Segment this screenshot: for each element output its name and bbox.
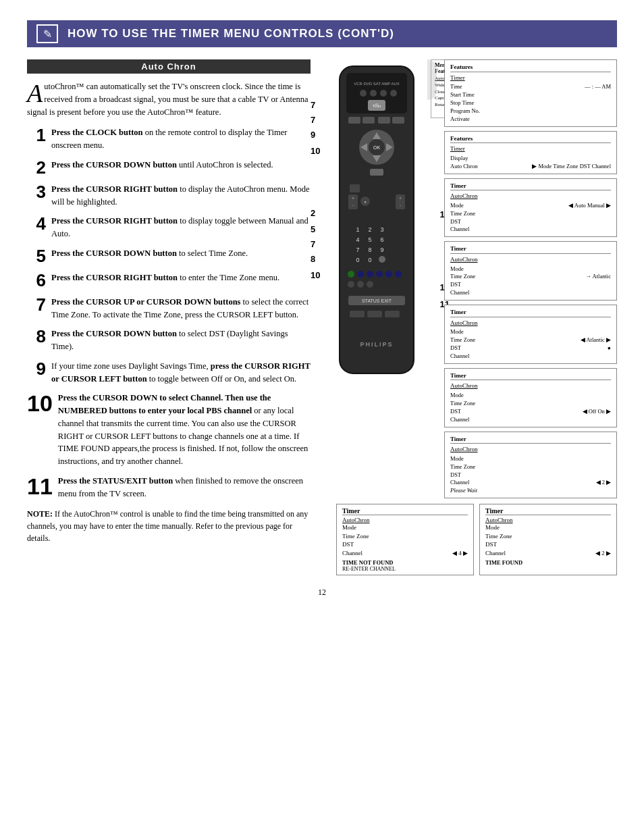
svg-rect-55 bbox=[350, 311, 365, 317]
p2-ac-arrow: ▶ Mode Time Zone DST Channel bbox=[532, 163, 611, 171]
right-column: 7 7 9 10 2 5 7 8 10 1 3 4 6 9 10 10 bbox=[323, 59, 617, 575]
svg-text:0: 0 bbox=[356, 257, 359, 263]
panel1-row-prog: Program No. bbox=[450, 107, 611, 115]
step-num-8: 8 bbox=[27, 328, 46, 345]
step-9: 9 If your time zone uses Daylight Saving… bbox=[27, 360, 311, 386]
panel5-ac: AutoChron bbox=[450, 319, 611, 328]
step-num-5: 5 bbox=[27, 247, 46, 265]
step-8: 8 Press the CURSOR DOWN button to select… bbox=[27, 328, 311, 353]
pf-mode-l: Mode bbox=[485, 523, 500, 532]
pf-tz: Time Zone bbox=[485, 532, 611, 541]
arc-overlay bbox=[427, 59, 437, 100]
p6-dst-label: DST bbox=[450, 408, 461, 416]
p5-dst-label: DST bbox=[450, 344, 461, 353]
dropcap: A bbox=[27, 83, 43, 103]
step-text-2: Press the CURSOR DOWN button until AutoC… bbox=[51, 159, 273, 172]
section-heading: Auto Chron bbox=[27, 59, 311, 74]
p1-time-label: Time bbox=[450, 83, 462, 91]
svg-point-49 bbox=[395, 271, 402, 278]
pf-mode: Mode bbox=[485, 523, 611, 532]
bottom-panels: Timer AutoChron Mode Time Zone DST Chann… bbox=[336, 504, 617, 575]
step-overlay-10b: 10 bbox=[311, 270, 320, 280]
svg-point-48 bbox=[385, 271, 392, 278]
svg-point-6 bbox=[390, 90, 397, 97]
pf-dst-l: DST bbox=[485, 540, 497, 549]
step-text-6: Press the CURSOR RIGHT button to enter t… bbox=[51, 271, 279, 284]
svg-text:●: ● bbox=[364, 200, 367, 204]
svg-rect-21 bbox=[370, 169, 383, 176]
remote-area: 7 7 9 10 2 5 7 8 10 1 3 4 6 9 10 10 bbox=[323, 59, 437, 498]
p5-dst-dot: ● bbox=[608, 344, 611, 353]
svg-rect-57 bbox=[385, 311, 400, 317]
svg-point-50 bbox=[348, 281, 354, 288]
pnf-ch-v: ◀ 4 ▶ bbox=[452, 549, 468, 558]
pf-found: TIME FOUND bbox=[485, 559, 611, 566]
p5-tz-value: ◀ Atlantic ▶ bbox=[581, 336, 611, 344]
step-6: 6 Press the CURSOR RIGHT button to enter… bbox=[27, 271, 311, 289]
step-overlay-8: 8 bbox=[311, 254, 315, 264]
panel6-mode: Mode bbox=[450, 392, 611, 400]
p6-dst-value: ◀ Off On ▶ bbox=[583, 408, 611, 416]
panel7-ch: Channel ◀ 2 ▶ bbox=[450, 479, 611, 487]
svg-point-52 bbox=[367, 281, 373, 288]
svg-text:0: 0 bbox=[368, 257, 371, 263]
step-10: 10 Press the CURSOR DOWN to select Chann… bbox=[27, 392, 311, 468]
pnf-mode: Mode bbox=[342, 523, 468, 532]
svg-text:VCR DVD SAT AMP AUX: VCR DVD SAT AMP AUX bbox=[354, 82, 400, 86]
panel7-dst: DST bbox=[450, 471, 611, 479]
pnf-dst: DST bbox=[342, 540, 468, 549]
svg-text:4: 4 bbox=[356, 236, 359, 243]
intro-text: utoChron™ can automatically set the TV's… bbox=[27, 82, 308, 117]
svg-text:+: + bbox=[399, 196, 402, 201]
svg-point-44 bbox=[348, 271, 354, 278]
main-content: Auto Chron A utoChron™ can automatically… bbox=[27, 59, 617, 575]
panel2-features: Features bbox=[450, 134, 611, 144]
panel4-tz: Time Zone → Atlantic bbox=[450, 273, 611, 281]
pnf-reenter: RE-ENTER CHANNEL bbox=[342, 566, 468, 572]
step-4: 4 Press the CURSOR RIGHT button to displ… bbox=[27, 215, 311, 240]
panel6-timer: Timer bbox=[450, 371, 611, 381]
svg-text:2: 2 bbox=[368, 226, 371, 233]
panel5-timer: Timer bbox=[450, 308, 611, 317]
remote-svg: VCR DVD SAT AMP AUX Timer bbox=[323, 59, 431, 384]
screen-panel-4: Timer AutoChron Mode Time Zone → Atlanti… bbox=[444, 241, 617, 301]
panel6-ch: Channel bbox=[450, 416, 611, 424]
pnf-dst-l: DST bbox=[342, 540, 354, 549]
panel-found: Timer AutoChron Mode Time Zone DST Chann… bbox=[479, 504, 617, 575]
step-overlay-7c: 7 bbox=[311, 239, 315, 249]
svg-text:STATUS EXIT: STATUS EXIT bbox=[362, 298, 392, 303]
panel7-mode: Mode bbox=[450, 455, 611, 463]
svg-text:9: 9 bbox=[380, 246, 383, 253]
svg-point-43 bbox=[379, 256, 385, 263]
p5-tz-label: Time Zone bbox=[450, 336, 475, 344]
svg-text:1: 1 bbox=[356, 226, 359, 233]
panel2-display: Display bbox=[450, 155, 611, 163]
svg-point-46 bbox=[367, 271, 373, 278]
step-5: 5 Press the CURSOR DOWN button to select… bbox=[27, 247, 311, 265]
panel1-features: Features bbox=[450, 63, 611, 72]
pf-ch: Channel ◀ 2 ▶ bbox=[485, 549, 611, 558]
panel1-row-activate: Activate bbox=[450, 115, 611, 124]
svg-point-9 bbox=[375, 103, 379, 107]
step-num-7: 7 bbox=[27, 296, 46, 313]
panel4-timer: Timer bbox=[450, 244, 611, 254]
p1-time-value: — : — AM bbox=[585, 83, 611, 91]
svg-text:7: 7 bbox=[356, 246, 359, 253]
step-7: 7 Press the CURSOR UP or CURSOR DOWN but… bbox=[27, 296, 311, 321]
step-text-10: Press the CURSOR DOWN to select Channel.… bbox=[58, 392, 311, 468]
screen-panel-7: Timer AutoChron Mode Time Zone DST Chann… bbox=[444, 432, 617, 499]
step-num-6: 6 bbox=[27, 271, 46, 289]
p4-tz-label: Time Zone bbox=[450, 273, 475, 281]
svg-text:5: 5 bbox=[368, 236, 371, 243]
panel7-timer: Timer bbox=[450, 435, 611, 444]
panel6-tz: Time Zone bbox=[450, 400, 611, 408]
p4-tz-value: → Atlantic bbox=[585, 273, 611, 281]
page-title: How to use the Timer Menu Controls (Cont… bbox=[68, 27, 394, 41]
svg-rect-23 bbox=[350, 184, 360, 192]
step-overlay-7b: 7 bbox=[311, 115, 315, 125]
panel6-ac: AutoChron bbox=[450, 382, 611, 390]
panel4-ch: Channel bbox=[450, 289, 611, 297]
pnf-timer: Timer bbox=[342, 507, 468, 515]
panel4-mode: Mode bbox=[450, 265, 611, 273]
step-11: 11 Press the STATUS/EXIT button when fin… bbox=[27, 475, 311, 500]
